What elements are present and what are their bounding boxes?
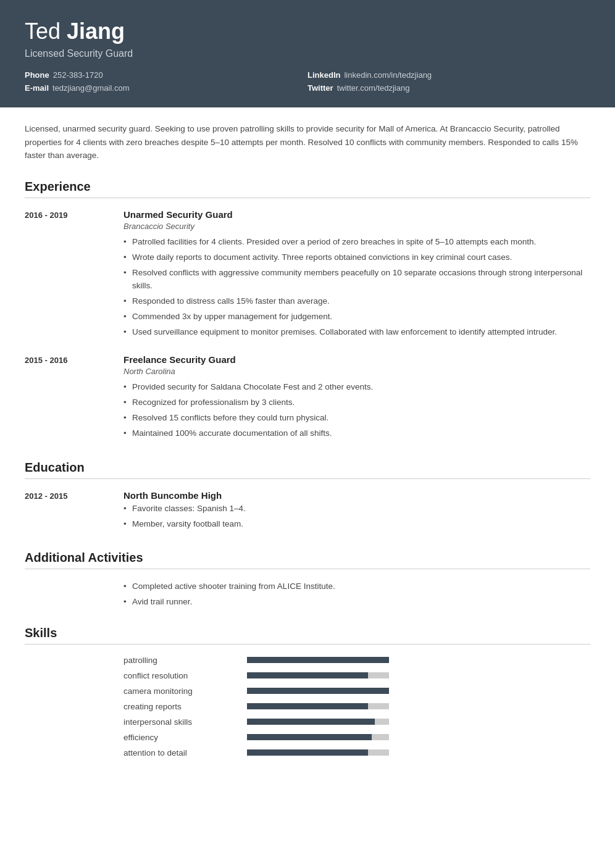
summary-text: Licensed, unarmed security guard. Seekin… <box>25 122 590 162</box>
list-item: Resolved 15 conflicts before they could … <box>123 412 590 424</box>
entry-date: 2016 - 2019 <box>25 209 123 342</box>
list-item: Wrote daily reports to document activity… <box>123 251 590 264</box>
skills-grid: patrollingconflict resolutioncamera moni… <box>123 656 590 757</box>
list-item: Provided security for Saldana Chocolate … <box>123 381 590 393</box>
list-item: Avid trail runner. <box>123 596 590 608</box>
education-title: Education <box>25 461 590 479</box>
entry-bullets: Patrolled facilities for 4 clients. Pres… <box>123 236 590 339</box>
last-name: Jiang <box>67 19 125 44</box>
skill-name: attention to detail <box>123 748 235 757</box>
contact-grid: Phone 252-383-1720 LinkedIn linkedin.com… <box>25 70 590 93</box>
list-item: Commended 3x by upper management for jud… <box>123 311 590 323</box>
skill-row: patrolling <box>123 656 590 665</box>
experience-section: Experience 2016 - 2019Unarmed Security G… <box>25 180 590 443</box>
entry-content: Unarmed Security GuardBrancaccio Securit… <box>123 209 590 342</box>
skill-row: camera monitoring <box>123 686 590 696</box>
skills-section: Skills patrollingconflict resolutioncame… <box>25 626 590 757</box>
list-item: Favorite classes: Spanish 1–4. <box>123 503 590 515</box>
skill-row: conflict resolution <box>123 671 590 680</box>
entry-bullets: Favorite classes: Spanish 1–4.Member, va… <box>123 503 590 531</box>
list-item: Used surveillance equipment to monitor p… <box>123 326 590 338</box>
entry: 2016 - 2019Unarmed Security GuardBrancac… <box>25 209 590 342</box>
entry-content: North Buncombe HighFavorite classes: Spa… <box>123 490 590 534</box>
skill-bar-fill <box>247 734 372 740</box>
skill-name: creating reports <box>123 702 235 711</box>
skill-bar-fill <box>247 672 368 678</box>
experience-title: Experience <box>25 180 590 198</box>
resume-header: Ted Jiang Licensed Security Guard Phone … <box>0 0 615 107</box>
entry-date: 2015 - 2016 <box>25 354 123 443</box>
experience-entries: 2016 - 2019Unarmed Security GuardBrancac… <box>25 209 590 443</box>
list-item: Member, varsity football team. <box>123 518 590 530</box>
skill-row: efficiency <box>123 733 590 742</box>
entry: 2012 - 2015North Buncombe HighFavorite c… <box>25 490 590 534</box>
first-name: Ted <box>25 19 67 44</box>
skill-name: patrolling <box>123 656 235 665</box>
entry-role: Freelance Security Guard <box>123 354 590 365</box>
entry-org: North Carolina <box>123 367 590 376</box>
skill-name: camera monitoring <box>123 686 235 696</box>
skill-row: attention to detail <box>123 748 590 757</box>
activities-content: Completed active shooter training from A… <box>123 580 590 609</box>
twitter-value: twitter.com/tedzjiang <box>337 83 410 93</box>
skill-bar-container <box>247 672 389 678</box>
activities-list: Completed active shooter training from A… <box>123 580 590 609</box>
entry-org: Brancaccio Security <box>123 222 590 231</box>
entry-bullets: Provided security for Saldana Chocolate … <box>123 381 590 440</box>
list-item: Resolved conflicts with aggressive commu… <box>123 267 590 292</box>
contact-linkedin: LinkedIn linkedin.com/in/tedzjiang <box>308 70 590 80</box>
education-section: Education 2012 - 2015North Buncombe High… <box>25 461 590 534</box>
skill-bar-container <box>247 703 389 709</box>
skill-bar-fill <box>247 688 389 694</box>
skill-bar-container <box>247 657 389 663</box>
contact-phone: Phone 252-383-1720 <box>25 70 308 80</box>
skill-bar-fill <box>247 703 368 709</box>
skill-bar-fill <box>247 719 375 725</box>
linkedin-value: linkedin.com/in/tedzjiang <box>344 70 432 80</box>
list-item: Maintained 100% accurate documentation o… <box>123 427 590 440</box>
skill-name: efficiency <box>123 733 235 742</box>
entry: 2015 - 2016Freelance Security GuardNorth… <box>25 354 590 443</box>
phone-value: 252-383-1720 <box>53 70 103 80</box>
skill-name: conflict resolution <box>123 671 235 680</box>
candidate-title: Licensed Security Guard <box>25 48 590 59</box>
list-item: Patrolled facilities for 4 clients. Pres… <box>123 236 590 248</box>
entry-role: Unarmed Security Guard <box>123 209 590 220</box>
email-label: E-mail <box>25 83 49 93</box>
twitter-label: Twitter <box>308 83 333 93</box>
entry-content: Freelance Security GuardNorth CarolinaPr… <box>123 354 590 443</box>
phone-label: Phone <box>25 70 49 80</box>
education-entries: 2012 - 2015North Buncombe HighFavorite c… <box>25 490 590 534</box>
skill-bar-container <box>247 719 389 725</box>
skill-bar-container <box>247 749 389 756</box>
skill-bar-fill <box>247 657 389 663</box>
skill-name: interpersonal skills <box>123 717 235 727</box>
list-item: Responded to distress calls 15% faster t… <box>123 295 590 307</box>
skill-row: creating reports <box>123 702 590 711</box>
skill-row: interpersonal skills <box>123 717 590 727</box>
activities-title: Additional Activities <box>25 551 590 569</box>
list-item: Recognized for professionalism by 3 clie… <box>123 396 590 409</box>
contact-email: E-mail tedzjiang@gmail.com <box>25 83 308 93</box>
activities-section: Additional Activities Completed active s… <box>25 551 590 609</box>
skill-bar-fill <box>247 749 368 756</box>
skills-title: Skills <box>25 626 590 645</box>
entry-role: North Buncombe High <box>123 490 590 501</box>
linkedin-label: LinkedIn <box>308 70 340 80</box>
list-item: Completed active shooter training from A… <box>123 580 590 593</box>
entry-date: 2012 - 2015 <box>25 490 123 534</box>
resume-body: Licensed, unarmed security guard. Seekin… <box>0 107 615 799</box>
email-value: tedzjiang@gmail.com <box>52 83 129 93</box>
skill-bar-container <box>247 734 389 740</box>
skill-bar-container <box>247 688 389 694</box>
contact-twitter: Twitter twitter.com/tedzjiang <box>308 83 590 93</box>
candidate-name: Ted Jiang <box>25 19 590 44</box>
